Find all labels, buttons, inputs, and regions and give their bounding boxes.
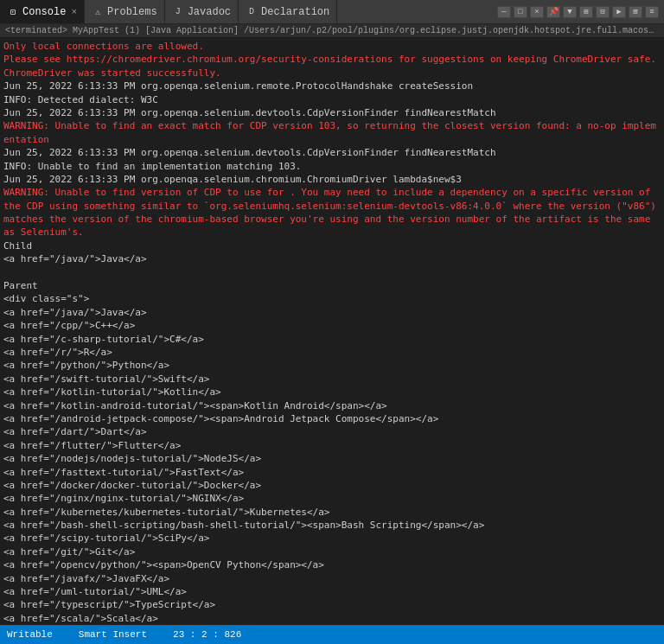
toolbar-button3[interactable]: ▶ <box>612 6 626 18</box>
tab-console-close[interactable]: × <box>71 7 77 17</box>
position-label: 23 : 2 : 826 <box>173 629 241 640</box>
writable-label: Writable <box>7 629 53 640</box>
console-icon: ⊡ <box>7 6 19 18</box>
problems-icon: ⚠ <box>92 6 104 18</box>
console-output[interactable]: Only local connections are allowed. Plea… <box>0 38 664 625</box>
toolbar-button5[interactable]: ≡ <box>645 6 659 18</box>
tab-declaration-label: Declaration <box>261 6 329 18</box>
declaration-icon: D <box>246 6 258 18</box>
minimize-button[interactable]: ─ <box>497 6 511 18</box>
tab-javadoc[interactable]: J Javadoc <box>165 0 239 23</box>
status-insert-mode: Smart Insert <box>79 629 147 640</box>
pin-button[interactable]: 📌 <box>546 6 560 18</box>
insert-mode-label: Smart Insert <box>79 629 147 640</box>
tab-declaration[interactable]: D Declaration <box>239 0 337 23</box>
window-controls: ─ □ × 📌 ▼ ⊞ ⊟ ▶ ⊠ ≡ <box>492 0 664 23</box>
view-menu-button[interactable]: ▼ <box>563 6 577 18</box>
close-button[interactable]: × <box>530 6 544 18</box>
console-content: Only local connections are allowed. Plea… <box>3 40 661 625</box>
tab-console[interactable]: ⊡ Console × <box>0 0 85 23</box>
javadoc-icon: J <box>172 6 184 18</box>
maximize-button[interactable]: □ <box>514 6 527 18</box>
tab-javadoc-label: Javadoc <box>188 6 231 18</box>
title-bar: ⊡ Console × ⚠ Problems J Javadoc D Decla… <box>0 0 664 24</box>
path-bar: <terminated> MyAppTest (1) [Java Applica… <box>0 24 664 38</box>
tab-problems-label: Problems <box>107 6 157 18</box>
tab-problems[interactable]: ⚠ Problems <box>85 0 165 23</box>
status-bar: Writable Smart Insert 23 : 2 : 826 <box>0 625 664 644</box>
toolbar-button1[interactable]: ⊞ <box>579 6 593 18</box>
toolbar-button4[interactable]: ⊠ <box>629 6 642 18</box>
tab-console-label: Console <box>22 6 66 18</box>
status-position: 23 : 2 : 826 <box>173 629 241 640</box>
status-writable: Writable <box>7 629 53 640</box>
path-text: <terminated> MyAppTest (1) [Java Applica… <box>5 26 664 35</box>
toolbar-button2[interactable]: ⊟ <box>596 6 610 18</box>
